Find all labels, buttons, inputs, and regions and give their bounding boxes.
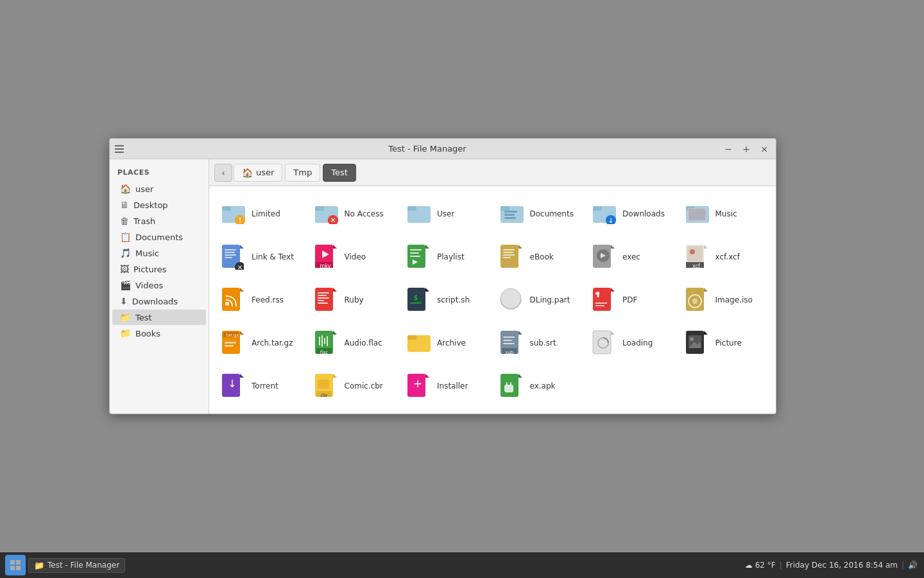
- home-bc-icon: 🏠: [242, 168, 253, 178]
- file-item-no-access[interactable]: ✕ No Access: [309, 194, 399, 234]
- file-item-comic[interactable]: cbr Comic.cbr: [309, 365, 399, 406]
- apk-icon: [499, 373, 525, 399]
- volume-icon[interactable]: 🔊: [908, 561, 918, 570]
- svg-text:+: +: [413, 376, 422, 390]
- svg-text:flac: flac: [320, 350, 328, 355]
- sidebar-item-music[interactable]: 🎵 Music: [112, 245, 206, 261]
- loading-icon: [592, 330, 617, 356]
- srt-icon: sub: [499, 330, 525, 356]
- file-item-playlist[interactable]: Playlist: [401, 237, 492, 277]
- svg-rect-128: [506, 382, 508, 386]
- desktop-icon: 🖥: [120, 200, 129, 210]
- svg-rect-131: [16, 560, 21, 565]
- close-button[interactable]: ×: [758, 143, 771, 155]
- file-item-srt[interactable]: sub sub.srt: [494, 322, 585, 363]
- sidebar-item-desktop[interactable]: 🖥 Desktop: [112, 197, 206, 213]
- svg-rect-103: [503, 337, 515, 338]
- picture-icon: [685, 330, 710, 356]
- file-item-limited[interactable]: ! Limited: [216, 194, 306, 234]
- file-item-loading[interactable]: Loading: [586, 322, 677, 363]
- test-folder-icon: 📁: [120, 312, 131, 322]
- svg-marker-80: [704, 288, 708, 292]
- svg-rect-9: [407, 206, 416, 211]
- file-item-installer[interactable]: + Installer: [401, 365, 492, 406]
- file-item-script[interactable]: $_ script.sh: [401, 280, 492, 320]
- file-item-user[interactable]: User: [401, 194, 492, 234]
- minimize-button[interactable]: −: [722, 143, 735, 155]
- taskbar: 📁 Test - File Manager ☁ 62 °F | Friday D…: [0, 552, 924, 578]
- svg-rect-93: [319, 337, 320, 346]
- file-item-link-text[interactable]: ✕ Link & Text: [216, 237, 306, 277]
- sidebar-item-videos[interactable]: 🎬 Videos: [112, 277, 206, 293]
- file-item-documents[interactable]: Documents: [494, 194, 585, 234]
- svg-text:sub: sub: [505, 350, 513, 355]
- sidebar-item-pictures[interactable]: 🖼 Pictures: [112, 261, 206, 277]
- svg-point-112: [690, 337, 694, 341]
- books-icon: 📁: [120, 328, 131, 338]
- svg-marker-100: [518, 331, 522, 335]
- svg-marker-115: [240, 374, 244, 378]
- svg-text:✕: ✕: [329, 216, 336, 224]
- sidebar-item-books[interactable]: 📁 Books: [112, 326, 206, 341]
- taskbar-right: ☁ 62 °F | Friday Dec 16, 2016 8:54 am | …: [745, 561, 924, 570]
- file-item-apk[interactable]: ex.apk: [494, 365, 585, 406]
- music-icon: 🎵: [120, 248, 131, 258]
- svg-marker-49: [611, 245, 615, 249]
- file-item-torrent[interactable]: ↓ Torrent: [216, 365, 306, 406]
- back-button[interactable]: ‹: [214, 164, 232, 182]
- file-item-video[interactable]: mkv Video: [309, 237, 399, 277]
- svg-marker-58: [240, 288, 244, 292]
- svg-rect-26: [225, 252, 235, 253]
- svg-rect-39: [410, 252, 419, 254]
- file-item-pdf[interactable]: PDF: [586, 280, 677, 320]
- file-item-xcf[interactable]: xcf xcf.xcf: [680, 237, 770, 277]
- file-item-iso[interactable]: Image.iso: [680, 280, 770, 320]
- file-item-exec[interactable]: exec: [586, 237, 677, 277]
- svg-text:mkv: mkv: [320, 263, 330, 269]
- exec-icon: [592, 244, 617, 270]
- pictures-icon: 🖼: [120, 264, 129, 274]
- breadcrumb-tmp[interactable]: Tmp: [285, 164, 320, 182]
- sidebar-item-trash[interactable]: 🗑 Trash: [112, 213, 206, 229]
- svg-text:!: !: [239, 217, 242, 224]
- documents-folder-icon: [499, 201, 525, 227]
- svg-rect-1: [222, 206, 231, 211]
- trash-icon: 🗑: [120, 216, 129, 226]
- sidebar-item-downloads[interactable]: ⬇ Downloads: [112, 293, 206, 309]
- svg-text:tar.gz: tar.gz: [226, 333, 239, 338]
- file-item-dling[interactable]: DLing.part: [494, 280, 585, 320]
- tar-icon: tar.gz: [221, 330, 246, 356]
- menu-button[interactable]: [115, 143, 128, 155]
- sidebar-item-test[interactable]: 📁 Test: [112, 310, 206, 325]
- video-icon: mkv: [314, 244, 339, 270]
- svg-rect-132: [10, 566, 15, 570]
- svg-rect-88: [225, 345, 234, 347]
- titlebar: Test - File Manager − + ×: [110, 139, 776, 159]
- ruby-icon: [314, 287, 339, 313]
- file-item-ruby[interactable]: Ruby: [309, 280, 399, 320]
- svg-rect-45: [503, 252, 513, 253]
- content-area: ‹ 🏠 user Tmp Test: [209, 159, 776, 414]
- breadcrumb-test[interactable]: Test: [323, 164, 356, 182]
- svg-marker-68: [425, 288, 429, 292]
- file-item-music[interactable]: Music: [680, 194, 770, 234]
- flac-icon: flac: [314, 330, 339, 356]
- sidebar-item-documents[interactable]: 📋 Documents: [112, 229, 206, 245]
- svg-rect-11: [501, 206, 509, 211]
- separator-2: |: [902, 561, 904, 570]
- file-item-picture[interactable]: Picture: [680, 322, 770, 363]
- maximize-button[interactable]: +: [740, 143, 753, 155]
- svg-marker-24: [240, 245, 244, 249]
- file-item-ebook[interactable]: eBook: [494, 237, 585, 277]
- taskbar-app-launcher[interactable]: [5, 555, 26, 575]
- file-item-downloads[interactable]: ↓ Downloads: [586, 194, 677, 234]
- file-grid: ! Limited ✕: [209, 186, 776, 414]
- sidebar-item-user[interactable]: 🏠 user: [112, 181, 206, 197]
- file-item-feed-rss[interactable]: Feed.rss: [216, 280, 306, 320]
- breadcrumb-user[interactable]: 🏠 user: [234, 164, 282, 182]
- svg-rect-87: [225, 342, 236, 344]
- file-item-flac[interactable]: flac Audio.flac: [309, 322, 399, 363]
- file-item-tar[interactable]: tar.gz Arch.tar.gz: [216, 322, 306, 363]
- file-item-archive[interactable]: Archive: [401, 322, 492, 363]
- taskbar-window-button[interactable]: 📁 Test - File Manager: [28, 558, 125, 573]
